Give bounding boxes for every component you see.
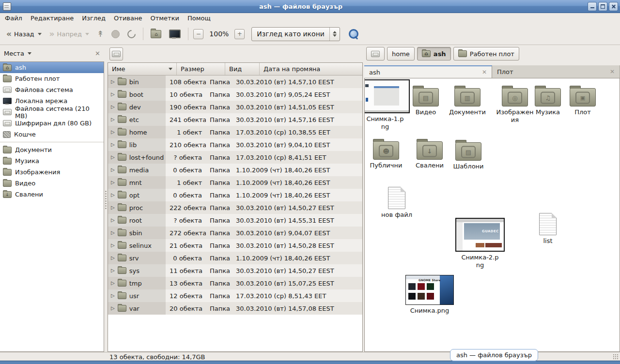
- expander-icon[interactable]: ▷: [111, 281, 115, 286]
- expander-icon[interactable]: ▷: [111, 306, 115, 311]
- expander-icon[interactable]: ▷: [111, 193, 115, 197]
- column-header-type[interactable]: Вид: [225, 63, 260, 75]
- expander-icon[interactable]: ▷: [111, 142, 115, 147]
- sidebar-item[interactable]: Музика: [0, 155, 104, 167]
- sidebar-mode-dropdown-icon[interactable]: [28, 52, 31, 55]
- path-button[interactable]: ash: [417, 47, 451, 61]
- icon-view[interactable]: Видео Документи Изображения: [364, 78, 620, 352]
- expander-icon[interactable]: ▷: [111, 167, 115, 172]
- table-row[interactable]: ▷ sbin 272 обекта Папка 30.03.2010 (вт) …: [108, 227, 362, 239]
- sidebar-item[interactable]: Изображения: [0, 167, 104, 178]
- sidebar-item[interactable]: Файлова система (210 MB): [0, 106, 104, 118]
- menu-item[interactable]: Файл: [5, 15, 22, 22]
- expander-icon[interactable]: ▷: [111, 105, 115, 109]
- table-row[interactable]: ▷ opt 0 обекта Папка 1.10.2009 (чт) 18,4…: [108, 189, 362, 201]
- expander-icon[interactable]: ▷: [111, 180, 115, 185]
- file-icon-item[interactable]: list: [523, 210, 573, 245]
- expander-icon[interactable]: ▷: [111, 218, 115, 223]
- expander-icon[interactable]: ▷: [111, 293, 115, 298]
- sidebar-item[interactable]: Документи: [0, 144, 104, 155]
- table-row[interactable]: ▷ proc 222 обекта Папка 30.03.2010 (вт) …: [108, 201, 362, 214]
- menu-item[interactable]: Отиване: [114, 15, 142, 22]
- expander-icon[interactable]: ▷: [111, 205, 115, 210]
- table-row[interactable]: ▷ var 20 обекта Папка 30.03.2010 (вт) 14…: [108, 302, 362, 315]
- stop-button[interactable]: [109, 27, 122, 41]
- path-button[interactable]: Работен плот: [453, 47, 519, 61]
- up-button[interactable]: ↟: [94, 27, 106, 41]
- table-row[interactable]: ▷ selinux 21 обекта Папка 30.03.2010 (вт…: [108, 239, 362, 252]
- table-row[interactable]: ▷ srv 0 обекта Папка 1.10.2009 (чт) 18,4…: [108, 252, 362, 264]
- resize-grip[interactable]: [613, 354, 619, 360]
- taskbar-window-button[interactable]: ash — файлов браузър: [450, 349, 538, 361]
- tab-close-icon[interactable]: ✕: [482, 69, 487, 76]
- tab[interactable]: ash ✕: [364, 65, 492, 78]
- file-icon-item[interactable]: Публични: [366, 137, 406, 169]
- tab-close-icon[interactable]: ✕: [610, 68, 615, 75]
- pane-splitter[interactable]: [104, 45, 108, 352]
- path-button[interactable]: [366, 47, 385, 61]
- file-icon-item[interactable]: Снимка-1.png: [365, 78, 405, 131]
- zoom-level[interactable]: 100%: [209, 30, 229, 38]
- table-row[interactable]: ▷ home 1 обект Папка 17.03.2010 (ср) 10,…: [108, 126, 362, 138]
- file-icon-item[interactable]: Снимка.png: [404, 274, 455, 315]
- expander-icon[interactable]: ▷: [111, 268, 115, 273]
- view-mode-spinner-icon[interactable]: [329, 28, 340, 41]
- menu-item[interactable]: Редактиране: [31, 15, 74, 22]
- minimize-button[interactable]: [588, 2, 597, 11]
- zoom-out-button[interactable]: −: [193, 29, 203, 39]
- expander-icon[interactable]: ▷: [111, 243, 115, 248]
- sidebar-close-icon[interactable]: ✕: [95, 50, 100, 57]
- table-row[interactable]: ▷ lib 210 обекта Папка 30.03.2010 (вт) 9…: [108, 138, 362, 151]
- expander-icon[interactable]: ▷: [111, 155, 115, 160]
- close-button[interactable]: [609, 2, 618, 11]
- table-row[interactable]: ▷ sys 11 обекта Папка 30.03.2010 (вт) 14…: [108, 264, 362, 277]
- expander-icon[interactable]: ▷: [111, 117, 115, 122]
- forward-button[interactable]: » Напред: [47, 27, 92, 41]
- table-row[interactable]: ▷ etc 241 обекта Папка 30.03.2010 (вт) 1…: [108, 113, 362, 126]
- maximize-button[interactable]: [598, 2, 607, 11]
- sidebar-item[interactable]: Свалени: [0, 189, 104, 200]
- menu-item[interactable]: Помощ: [187, 15, 211, 22]
- search-button[interactable]: [349, 29, 358, 39]
- file-icon-item[interactable]: Свалени: [409, 137, 450, 169]
- file-icon-item[interactable]: Видео: [405, 84, 446, 116]
- sidebar-item[interactable]: Кошче: [0, 129, 104, 140]
- column-header-size[interactable]: Размер: [177, 63, 225, 75]
- filesystem-root-button[interactable]: [109, 47, 123, 61]
- menu-item[interactable]: Изглед: [82, 15, 106, 22]
- expander-icon[interactable]: ▷: [111, 92, 115, 97]
- table-row[interactable]: ▷ tmp 13 обекта Папка 30.03.2010 (вт) 15…: [108, 277, 362, 289]
- back-history-dropdown-icon[interactable]: [38, 33, 42, 35]
- table-row[interactable]: ▷ mnt 1 обект Папка 1.10.2009 (чт) 18,40…: [108, 176, 362, 189]
- sidebar-title[interactable]: Места: [4, 50, 24, 57]
- column-header-name[interactable]: Име: [108, 63, 177, 75]
- menu-item[interactable]: Отметки: [150, 15, 179, 22]
- path-button[interactable]: home: [387, 47, 415, 61]
- titlebar[interactable]: ash — файлов браузър: [0, 0, 620, 13]
- expander-icon[interactable]: ▷: [111, 79, 115, 84]
- sidebar-item[interactable]: Файлова система: [0, 84, 104, 95]
- file-icon-item[interactable]: нов файл: [372, 184, 422, 219]
- reload-button[interactable]: [125, 27, 138, 41]
- sidebar-item[interactable]: Шифриран дял (80 GB): [0, 118, 104, 129]
- zoom-in-button[interactable]: +: [234, 29, 245, 39]
- table-row[interactable]: ▷ dev 190 обекта Папка 30.03.2010 (вт) 1…: [108, 101, 362, 113]
- table-row[interactable]: ▷ boot 10 обекта Папка 30.03.2010 (вт) 9…: [108, 88, 362, 101]
- view-mode-select[interactable]: Изглед като икони: [251, 27, 340, 41]
- column-header-modified[interactable]: Дата на промяна: [260, 63, 362, 75]
- computer-button[interactable]: [167, 27, 183, 41]
- file-icon-item[interactable]: Плот: [562, 84, 603, 116]
- forward-history-dropdown-icon[interactable]: [85, 33, 89, 35]
- sidebar-item[interactable]: Видео: [0, 178, 104, 189]
- table-row[interactable]: ▷ usr 12 обекта Папка 17.03.2010 (ср) 8,…: [108, 289, 362, 302]
- table-row[interactable]: ▷ root ? обекта Папка 30.03.2010 (вт) 14…: [108, 214, 362, 227]
- expander-icon[interactable]: ▷: [111, 130, 115, 135]
- home-button[interactable]: ⌂: [148, 27, 164, 41]
- sidebar-item[interactable]: Работен плот: [0, 73, 104, 84]
- file-icon-item[interactable]: Документи: [447, 84, 488, 116]
- expander-icon[interactable]: ▷: [111, 256, 115, 260]
- table-row[interactable]: ▷ bin 108 обекта Папка 30.03.2010 (вт) 1…: [108, 76, 362, 88]
- tab[interactable]: Плот ✕: [492, 65, 620, 78]
- table-row[interactable]: ▷ lost+found ? обекта Папка 17.03.2010 (…: [108, 151, 362, 164]
- expander-icon[interactable]: ▷: [111, 230, 115, 235]
